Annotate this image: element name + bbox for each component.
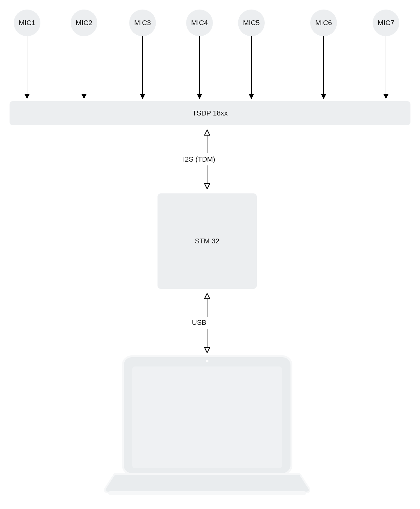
mic-label: MIC3: [134, 19, 151, 27]
mic-arrows-group: [27, 36, 386, 99]
mic-node: MIC2: [71, 10, 97, 36]
mic-node: MIC1: [14, 10, 40, 36]
svg-rect-7: [108, 491, 306, 495]
mic-label: MIC2: [76, 19, 93, 27]
mic-label: MIC1: [19, 19, 36, 27]
mic-node: MIC6: [310, 10, 337, 36]
mic-label: MIC7: [378, 19, 395, 27]
link-i2s-label: I2S (TDM): [183, 155, 215, 164]
svg-rect-6: [132, 366, 282, 468]
svg-point-5: [206, 360, 208, 362]
mic-label: MIC6: [315, 19, 332, 27]
mic-node: MIC3: [129, 10, 156, 36]
mic-label: MIC4: [191, 19, 208, 27]
tsdp-label: TSDP 18xx: [192, 109, 228, 117]
svg-rect-4: [123, 356, 291, 474]
mic-label: MIC5: [243, 19, 260, 27]
mic-node: MIC5: [238, 10, 265, 36]
stm32-label: STM 32: [195, 237, 219, 245]
mic-node: MIC4: [186, 10, 213, 36]
tsdp-block: TSDP 18xx: [10, 101, 410, 125]
laptop-icon: [105, 356, 310, 495]
diagram-canvas: MIC1 MIC2 MIC3 MIC4 MIC5 MIC6 MIC7 TSDP …: [0, 0, 420, 509]
stm32-block: STM 32: [158, 193, 257, 289]
mic-node: MIC7: [373, 10, 399, 36]
link-usb-label: USB: [192, 318, 206, 327]
